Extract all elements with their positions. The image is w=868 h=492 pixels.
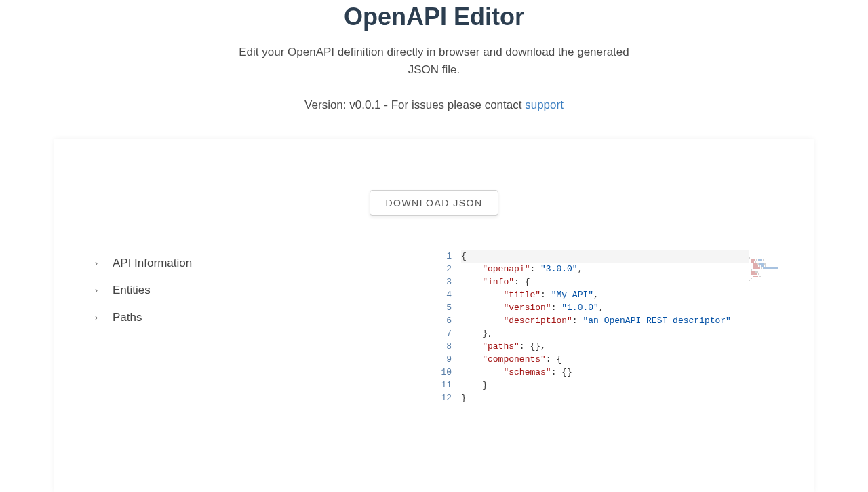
gutter-line-number: 11 <box>434 379 452 392</box>
editor-minimap[interactable] <box>749 250 787 399</box>
gutter-line-number: 10 <box>434 366 452 379</box>
gutter-line-number: 5 <box>434 301 452 314</box>
code-line[interactable]: "openapi": "3.0.0", <box>461 263 787 276</box>
gutter-line-number: 4 <box>434 288 452 301</box>
content-row: › API Information › Entities › Paths 123… <box>54 250 814 404</box>
minimap-line <box>749 258 787 259</box>
gutter-line-number: 3 <box>434 276 452 288</box>
sidebar-item-label: Entities <box>113 284 151 297</box>
minimap-line <box>749 260 787 261</box>
code-line[interactable]: } <box>461 392 787 404</box>
sidebar-item-entities[interactable]: › Entities <box>95 277 434 304</box>
gutter-line-number: 9 <box>434 353 452 366</box>
minimap-line <box>749 254 787 255</box>
version-prefix: Version: <box>304 98 349 111</box>
code-line[interactable]: } <box>461 379 787 392</box>
gutter-line-number: 2 <box>434 263 452 276</box>
page-title: OpenAPI Editor <box>0 3 868 31</box>
minimap-line <box>749 250 787 251</box>
code-line[interactable]: "schemas": {} <box>461 366 787 379</box>
code-line[interactable]: "version": "1.0.0", <box>461 301 787 314</box>
version-number: v0.0.1 <box>349 98 380 111</box>
sidebar-item-api-information[interactable]: › API Information <box>95 250 434 277</box>
sidebar-item-paths[interactable]: › Paths <box>95 304 434 331</box>
minimap-line <box>749 252 787 253</box>
sidebar-item-label: API Information <box>113 257 192 270</box>
version-line: Version: v0.0.1 - For issues please cont… <box>0 98 868 112</box>
code-line[interactable]: "info": { <box>461 276 787 288</box>
header: OpenAPI Editor Edit your OpenAPI definit… <box>0 3 868 112</box>
code-line[interactable]: "title": "My API", <box>461 288 787 301</box>
gutter-line-number: 7 <box>434 327 452 340</box>
chevron-right-icon: › <box>95 259 102 268</box>
sidebar: › API Information › Entities › Paths <box>81 250 434 404</box>
gutter-line-number: 8 <box>434 340 452 353</box>
code-editor[interactable]: 123456789101112 { "openapi": "3.0.0", "i… <box>434 250 787 404</box>
chevron-right-icon: › <box>95 286 102 295</box>
gutter-line-number: 1 <box>434 250 452 263</box>
code-line[interactable]: { <box>461 250 787 263</box>
code-line[interactable]: "paths": {}, <box>461 340 787 353</box>
sidebar-item-label: Paths <box>113 311 142 324</box>
support-link[interactable]: support <box>525 98 564 111</box>
code-line[interactable]: "components": { <box>461 353 787 366</box>
minimap-line <box>749 256 787 257</box>
code-line[interactable]: "description": "an OpenAPI REST descript… <box>461 314 787 327</box>
gutter-line-number: 12 <box>434 392 452 404</box>
editor-code[interactable]: { "openapi": "3.0.0", "info": { "title":… <box>461 250 787 404</box>
download-wrap: DOWNLOAD JSON <box>54 190 814 216</box>
editor-gutter: 123456789101112 <box>434 250 461 404</box>
code-line[interactable]: }, <box>461 327 787 340</box>
gutter-line-number: 6 <box>434 314 452 327</box>
minimap-line <box>749 264 787 265</box>
issues-text: - For issues please contact <box>381 98 526 111</box>
download-json-button[interactable]: DOWNLOAD JSON <box>370 190 498 216</box>
chevron-right-icon: › <box>95 313 102 322</box>
page-subtitle: Edit your OpenAPI definition directly in… <box>231 43 637 78</box>
main-card: DOWNLOAD JSON › API Information › Entiti… <box>54 139 814 492</box>
